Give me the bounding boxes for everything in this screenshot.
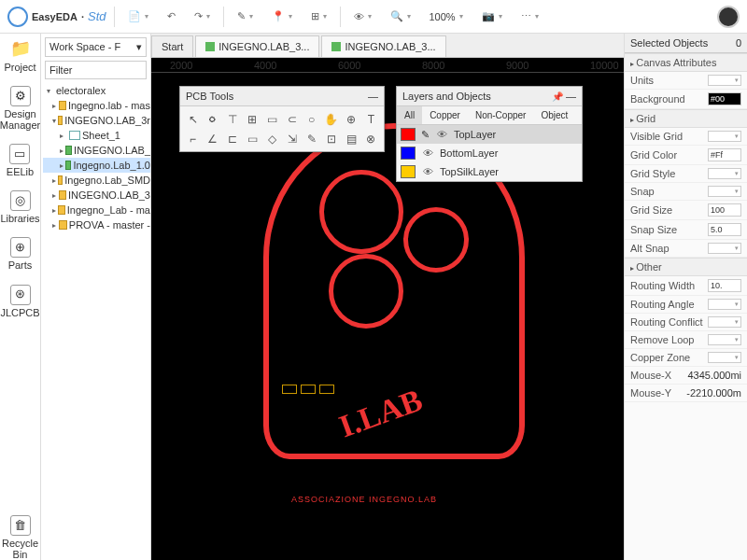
folder-icon (59, 190, 66, 200)
place-menu[interactable]: 📍 (266, 7, 298, 26)
folder-icon (58, 205, 64, 215)
pcb-tool[interactable]: ✋ (322, 110, 340, 128)
sidebar-jlcpcb[interactable]: ⊛JLCPCB (0, 285, 39, 318)
user-avatar[interactable] (717, 6, 740, 28)
eye-icon[interactable]: 👁 (421, 147, 434, 159)
tree-item[interactable]: ▾INGEGNO.LAB_3r (43, 113, 150, 128)
pcb-tool[interactable]: ▭ (244, 130, 261, 147)
undo-button[interactable]: ↶ (162, 7, 181, 26)
pcb-tool[interactable]: ⊕ (343, 110, 360, 128)
sidebar-project[interactable]: 📁Project (4, 39, 35, 73)
sidebar-design-manager[interactable]: ⚙Design Manager (0, 86, 40, 131)
component-pad (301, 385, 316, 394)
pcb-tool[interactable]: ⊂ (283, 110, 301, 128)
pcb-tool[interactable]: ⊤ (223, 110, 241, 128)
pcb-tool[interactable]: ⌐ (184, 130, 202, 147)
pencil-icon: ✎ (421, 129, 430, 141)
tree-item[interactable]: ▸Ingegno.Lab_1.0 (43, 158, 150, 173)
recycle-bin[interactable]: 🗑Recycle Bin (0, 515, 40, 560)
separator (223, 7, 224, 27)
tree-item[interactable]: ▸Ingegno.lab - mas (43, 98, 150, 113)
property-value[interactable]: 5.0 (708, 223, 741, 236)
panel-title[interactable]: PCB Tools — (180, 87, 384, 106)
property-value[interactable]: #00 (708, 92, 741, 105)
property-row: Visible Grid (625, 128, 747, 146)
pcb-tool[interactable]: ⊗ (362, 130, 380, 147)
sidebar-eelib[interactable]: ▭EELib (7, 144, 34, 177)
pcb-tool[interactable]: ▭ (263, 110, 281, 128)
pcb-canvas[interactable]: 2000400060008000900010000 I.LAB ASSOCIAZ… (151, 58, 624, 560)
property-value[interactable] (708, 299, 741, 310)
property-row: Units (625, 72, 747, 90)
property-value[interactable]: 10. (708, 279, 741, 292)
filter-input[interactable]: Filter (45, 61, 147, 79)
layer-tab[interactable]: All (397, 106, 422, 124)
layer-row[interactable]: 👁TopSilkLayer (397, 162, 582, 181)
pcb-tool[interactable]: ○ (303, 110, 320, 128)
section-header[interactable]: Canvas Attributes (625, 53, 747, 72)
minimize-icon[interactable]: — (368, 91, 378, 102)
zoom-menu[interactable]: 🔍 (385, 7, 416, 26)
section-header[interactable]: Grid (625, 109, 747, 128)
workspace-select[interactable]: Work Space - F▾ (45, 37, 147, 57)
file-menu[interactable]: 📄 (122, 7, 154, 26)
pcb-tool[interactable]: ⭘ (204, 110, 221, 128)
tree-item[interactable]: ▸INGEGNO.LAB_ (43, 143, 150, 158)
edit-menu[interactable]: ✎ (232, 7, 259, 26)
editor-tab[interactable]: INGEGNO.LAB_3... (195, 35, 319, 57)
layer-tab[interactable]: Copper (422, 106, 468, 124)
section-header[interactable]: Other (625, 258, 747, 276)
sidebar-parts[interactable]: ⊕Parts (8, 237, 33, 271)
property-value[interactable] (708, 316, 741, 328)
property-value[interactable] (708, 75, 741, 86)
more-menu[interactable]: ⋯ (515, 7, 544, 26)
property-value[interactable]: 100 (708, 203, 741, 217)
pcb-tool[interactable]: T (362, 110, 380, 128)
layer-tab[interactable]: Non-Copper (468, 106, 533, 124)
property-value[interactable] (708, 334, 741, 345)
tree-item[interactable]: ▸PROVA - master - (43, 217, 150, 232)
tree-item[interactable]: ▸INGEGNO.LAB_3 (43, 188, 150, 203)
pcb-tool[interactable]: ✎ (303, 130, 320, 147)
tree-root[interactable]: ▾electoralex (43, 83, 150, 98)
minimize-icon[interactable]: — (566, 91, 576, 102)
sidebar-icon: ▭ (9, 144, 30, 164)
editor-tab[interactable]: Start (151, 35, 193, 57)
tree-item[interactable]: ▸Sheet_1 (43, 128, 150, 143)
camera-menu[interactable]: 📷 (476, 7, 508, 26)
pcb-tool[interactable]: ∠ (204, 130, 221, 147)
silk-gear (319, 170, 403, 254)
eye-icon[interactable]: 👁 (435, 129, 448, 140)
pcb-tool[interactable]: ⊞ (244, 110, 261, 128)
pcb-tool[interactable]: ↖ (184, 110, 202, 128)
layer-tab[interactable]: Object (533, 106, 575, 124)
component-pad (319, 385, 334, 394)
property-value[interactable] (708, 352, 741, 363)
folder-icon (58, 175, 63, 185)
tree-item[interactable]: ▸Ingegno_Lab - ma (43, 203, 150, 217)
tab-icon (205, 42, 215, 51)
align-menu[interactable]: ⊞ (305, 7, 332, 26)
property-value[interactable]: #Ff (708, 148, 741, 161)
pcb-tool[interactable]: ⊡ (322, 130, 340, 147)
property-value[interactable] (708, 186, 741, 197)
pcb-tool[interactable]: ⇲ (283, 130, 301, 147)
tree-item[interactable]: ▸Ingegno.Lab_SMD (43, 173, 150, 188)
eye-icon[interactable]: 👁 (421, 166, 434, 177)
property-value[interactable] (708, 168, 741, 179)
sidebar-libraries[interactable]: ◎Libraries (0, 190, 39, 224)
pcb-tool[interactable]: ▤ (343, 130, 360, 147)
panel-title[interactable]: Layers and Objects 📌 — (397, 87, 582, 106)
property-value[interactable] (708, 131, 741, 142)
layer-row[interactable]: ✎👁TopLayer (397, 125, 582, 144)
pcb-tool[interactable]: ◇ (263, 130, 281, 147)
view-menu[interactable]: 👁 (348, 7, 377, 26)
pin-icon[interactable]: 📌 (552, 91, 563, 102)
zoom-level[interactable]: 100% (424, 7, 469, 26)
pcb-tool[interactable]: ⊏ (223, 130, 241, 147)
editor-tab[interactable]: INGEGNO.LAB_3... (321, 35, 445, 57)
layer-row[interactable]: 👁BottomLayer (397, 144, 582, 162)
redo-menu[interactable]: ↷ (189, 7, 216, 26)
property-value[interactable] (708, 243, 741, 254)
layer-swatch (401, 147, 416, 160)
